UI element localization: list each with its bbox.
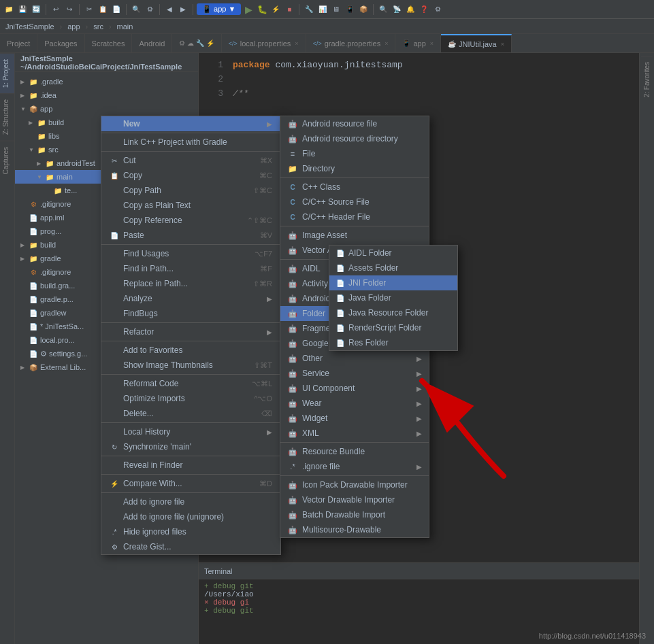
folder-submenu-assets[interactable]: 📄 Assets Folder (329, 260, 457, 275)
folder-submenu-jni[interactable]: 📄 JNI Folder (329, 275, 457, 290)
folder-submenu-renderscript[interactable]: 📄 RenderScript Folder (329, 320, 457, 335)
submenu-file[interactable]: ≡ File (280, 146, 429, 161)
vertical-tab-favorites[interactable]: 2: Favorites (641, 56, 653, 103)
toolbar-icon-redo[interactable]: ↪ (63, 3, 76, 16)
ctx-item-reformat[interactable]: Reformat Code ⌥⌘L (101, 376, 280, 391)
toolbar-icon-9[interactable]: 📊 (316, 3, 329, 16)
ctx-item-findbugs[interactable]: FindBugs (101, 306, 280, 321)
toolbar-icon-8[interactable]: 🔧 (303, 3, 315, 16)
submenu-other[interactable]: 🤖 Other ▶ (280, 351, 429, 366)
submenu-widget[interactable]: 🤖 Widget ▶ (280, 411, 429, 426)
ctx-item-paste[interactable]: 📄 Paste ⌘V (101, 228, 280, 243)
toolbar-icon-find[interactable]: 🔍 (130, 3, 142, 16)
submenu-android-resource-file[interactable]: 🤖 Android resource file (280, 116, 429, 131)
tab-local-properties-close[interactable]: × (295, 40, 298, 47)
ctx-item-analyze[interactable]: Analyze ▶ (101, 291, 280, 306)
ctx-item-delete[interactable]: Delete... ⌫ (101, 406, 280, 421)
ctx-item-creategist[interactable]: ⚙ Create Gist... (101, 539, 280, 554)
ctx-item-cut[interactable]: ✂ Cut ⌘X (101, 153, 280, 168)
tab-local-properties[interactable]: </> local.properties × (222, 34, 306, 52)
toolbar-icon-15[interactable]: 🔔 (404, 3, 416, 16)
project-breadcrumb-main[interactable]: main (117, 22, 133, 31)
ctx-item-link-cpp[interactable]: Link C++ Project with Gradle (101, 135, 280, 150)
ctx-item-copyplain[interactable]: Copy as Plain Text (101, 198, 280, 213)
folder-submenu-aidl[interactable]: 📄 AIDL Folder (329, 245, 457, 260)
project-breadcrumb-app[interactable]: app (67, 22, 80, 31)
ctx-item-addtofav[interactable]: Add to Favorites (101, 343, 280, 358)
toolbar-icon-10[interactable]: 🖥 (330, 3, 342, 16)
tree-item-idea[interactable]: ▶ 📁 .idea (15, 88, 198, 102)
toolbar-icon-undo[interactable]: ↩ (50, 3, 62, 16)
tab-scratches[interactable]: Scratches (85, 34, 133, 52)
toolbar-run[interactable]: ▶ (242, 3, 255, 16)
ctx-item-comparewith[interactable]: ⚡ Compare With... ⌘D (101, 476, 280, 491)
ctx-item-copyref[interactable]: Copy Reference ⌃⇧⌘C (101, 213, 280, 228)
toolbar-icon-5[interactable]: ⚙ (144, 3, 156, 16)
ctx-item-addtoignoreunignore[interactable]: Add to ignore file (unignore) (101, 509, 280, 524)
tree-item-app[interactable]: ▼ 📦 app (15, 102, 198, 116)
toolbar-icon-13[interactable]: 🔍 (377, 3, 389, 16)
vertical-tab-captures[interactable]: Captures (0, 141, 14, 180)
toolbar-icon-1[interactable]: 📁 (3, 3, 15, 16)
folder-submenu-java[interactable]: 📄 Java Folder (329, 290, 457, 305)
toolbar-icon-2[interactable]: 💾 (16, 3, 29, 16)
ctx-item-copypath[interactable]: Copy Path ⇧⌘C (101, 183, 280, 198)
toolbar-icon-7[interactable]: ▶ (177, 3, 189, 16)
folder-submenu-res[interactable]: 📄 Res Folder (329, 335, 457, 350)
submenu-android-resource-dir[interactable]: 🤖 Android resource directory (280, 131, 429, 146)
project-breadcrumb-src[interactable]: src (93, 22, 103, 31)
ctx-item-copy[interactable]: 📋 Copy ⌘C (101, 168, 280, 183)
tab-app[interactable]: 📱 app × (395, 34, 441, 52)
tab-project[interactable]: Project (0, 34, 37, 52)
toolbar-icon-paste[interactable]: 📄 (110, 3, 122, 16)
vertical-tab-structure[interactable]: Z: Structure (0, 93, 14, 140)
tab-gradle-properties-close[interactable]: × (385, 40, 388, 47)
tab-android[interactable]: Android (132, 34, 172, 52)
ctx-item-localhistory[interactable]: Local History ▶ (101, 424, 280, 439)
app-run-config[interactable]: 📱 app ▼ (197, 3, 241, 15)
toolbar-attach[interactable]: ⚡ (269, 3, 282, 16)
toolbar-debug[interactable]: 🐛 (256, 3, 268, 16)
tab-settings-icons[interactable]: ⚙ ☁ 🔧 ⚡ (172, 34, 221, 52)
ctx-item-refactor[interactable]: Refactor ▶ (101, 324, 280, 339)
submenu-cpp-class[interactable]: C C++ Class (280, 180, 429, 194)
submenu-multisource[interactable]: 🤖 Multisource-Drawable (280, 522, 429, 537)
toolbar-icon-17[interactable]: ⚙ (431, 3, 444, 16)
submenu-cpp-header[interactable]: C C/C++ Header File (280, 209, 429, 224)
tab-jniutil[interactable]: ☕ JNIUtil.java × (441, 34, 512, 52)
submenu-batch-drawable[interactable]: 🤖 Batch Drawable Import (280, 507, 429, 522)
vertical-tab-project[interactable]: 1: Project (0, 53, 14, 93)
folder-submenu-java-resource[interactable]: 📄 Java Resource Folder (329, 305, 457, 320)
toolbar-icon-3[interactable]: 🔄 (30, 3, 42, 16)
ctx-item-optimizeimports[interactable]: Optimize Imports ^⌥O (101, 391, 280, 406)
toolbar-icon-14[interactable]: 📡 (391, 3, 403, 16)
tab-jniutil-close[interactable]: × (501, 41, 504, 48)
ctx-item-showthumbs[interactable]: Show Image Thumbnails ⇧⌘T (101, 358, 280, 373)
ctx-item-revealinfinder[interactable]: Reveal in Finder (101, 458, 280, 473)
ctx-item-findusages[interactable]: Find Usages ⌥F7 (101, 246, 280, 261)
submenu-ui-component[interactable]: 🤖 UI Component ▶ (280, 381, 429, 396)
tree-item-gradle[interactable]: ▶ 📁 .gradle (15, 75, 198, 88)
ctx-item-sync[interactable]: ↻ Synchronize 'main' (101, 439, 280, 454)
tab-gradle-properties[interactable]: </> gradle.properties × (306, 34, 396, 52)
submenu-resource-bundle[interactable]: 🤖 Resource Bundle (280, 444, 429, 459)
ctx-item-findinpath[interactable]: Find in Path... ⌘F (101, 261, 280, 276)
toolbar-icon-11[interactable]: 📱 (344, 3, 356, 16)
submenu-ignore-file[interactable]: .* .ignore file ▶ (280, 459, 429, 474)
submenu-vector-drawable[interactable]: 🤖 Vector Drawable Importer (280, 492, 429, 507)
submenu-directory[interactable]: 📁 Directory (280, 161, 429, 176)
project-breadcrumb-root[interactable]: JniTestSample (5, 22, 54, 31)
ctx-item-hideignored[interactable]: .* Hide ignored files (101, 524, 280, 539)
submenu-wear[interactable]: 🤖 Wear ▶ (280, 396, 429, 411)
toolbar-stop[interactable]: ■ (283, 3, 295, 16)
ctx-item-new[interactable]: New ▶ (101, 116, 280, 131)
tab-app-close[interactable]: × (430, 40, 434, 47)
submenu-xml[interactable]: 🤖 XML ▶ (280, 426, 429, 441)
submenu-icon-pack[interactable]: 🤖 Icon Pack Drawable Importer (280, 477, 429, 492)
submenu-service[interactable]: 🤖 Service ▶ (280, 366, 429, 381)
submenu-cpp-source[interactable]: C C/C++ Source File (280, 194, 429, 209)
toolbar-icon-cut[interactable]: ✂ (83, 3, 95, 16)
toolbar-icon-12[interactable]: 📦 (357, 3, 370, 16)
ctx-item-addtoignore[interactable]: Add to ignore file (101, 494, 280, 509)
toolbar-icon-6[interactable]: ◀ (163, 3, 176, 16)
